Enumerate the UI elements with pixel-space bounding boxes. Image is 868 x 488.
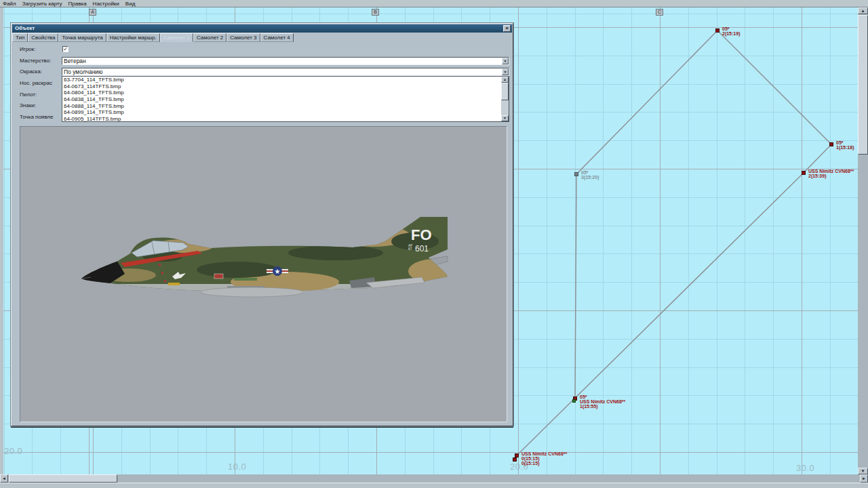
grid-column-label-a: A xyxy=(89,9,96,16)
skin-dropdown-list: 63-7704_114_TFTS.bmp 64-0673_114TFTS.bmp… xyxy=(62,76,509,122)
tab-aircraft-1[interactable]: Самолет 1 xyxy=(160,33,193,42)
tail-code: FO xyxy=(411,226,432,243)
player-checkbox[interactable]: ✓ xyxy=(62,46,68,52)
waypoint-time: 0(15:15) xyxy=(521,461,567,466)
waypoint-time: 3(15:20) xyxy=(581,175,599,180)
coord-label: 20.0 xyxy=(4,446,22,456)
kill-marking-stars: ★ xyxy=(157,262,161,267)
list-item[interactable]: 63-7704_114_TFTS.bmp xyxy=(62,77,509,83)
dialog-title-bar[interactable]: Объект × xyxy=(12,24,512,33)
chevron-down-icon[interactable]: ▼ xyxy=(502,68,509,75)
waypoint-heading: 05* xyxy=(836,140,854,145)
dialog-title: Объект xyxy=(15,25,35,31)
skin-value: По умолчанию xyxy=(64,68,102,75)
waypoint-heading: 05* xyxy=(722,26,740,31)
waypoint-heading: 05* xyxy=(580,394,625,399)
tab-type[interactable]: Тип xyxy=(12,33,28,42)
coord-label: 10.0 xyxy=(228,462,246,472)
player-label: Игрок: xyxy=(20,46,62,52)
waypoint-time: 1(15:55) xyxy=(580,404,625,409)
list-item[interactable]: 64-0804_114_TFTS.bmp xyxy=(62,89,509,96)
waypoint-marker-icon[interactable] xyxy=(513,458,517,462)
unit-marker-icon[interactable] xyxy=(572,399,576,403)
list-item[interactable]: 64-0888_114_TFTS.bmp xyxy=(62,103,509,110)
tab-aircraft-4[interactable]: Самолет 4 xyxy=(260,33,294,42)
waypoint-time: 1(15:18) xyxy=(836,145,854,150)
dialog-tabs: Тип Свойства Точка маршрута Настройки ма… xyxy=(12,33,512,42)
skill-label: Мастерство: xyxy=(20,58,62,64)
waypoint-unit-name: USS Nimitz CVN68** xyxy=(808,169,854,174)
svg-text:★: ★ xyxy=(163,279,167,283)
pilot-label: Пилот: xyxy=(20,92,62,98)
skin-label: Окраска: xyxy=(20,68,62,75)
markings-label: Знаки: xyxy=(20,102,62,108)
svg-text:★: ★ xyxy=(275,268,281,275)
tab-properties[interactable]: Свойства xyxy=(28,33,58,42)
drop-tank xyxy=(201,287,304,297)
tab-aircraft-3[interactable]: Самолет 3 xyxy=(226,33,260,42)
waypoint-unit-name: USS Nimitz CVN68** xyxy=(580,399,625,404)
horizontal-scrollbar[interactable]: ◄ ► xyxy=(0,474,868,483)
scroll-up-icon[interactable]: ▲ xyxy=(501,77,509,83)
waypoint-unit-name: USS Nimitz CVN68** xyxy=(521,451,567,456)
spawn-point-label: Точка появле xyxy=(20,114,62,120)
tab-waypoint[interactable]: Точка маршрута xyxy=(58,33,106,42)
vertical-scrollbar-thumb[interactable] xyxy=(858,15,868,155)
list-item[interactable]: 64-0899_114_TFTS.bmp xyxy=(62,109,509,116)
menu-settings[interactable]: Настройки xyxy=(93,1,119,7)
status-bar xyxy=(0,483,868,488)
waypoint-heading: 05* xyxy=(581,170,599,175)
list-item[interactable]: 64-0838_114_TFTS.bmp xyxy=(62,96,509,103)
menu-bar: Файл Загрузить карту Правка Настройки Ви… xyxy=(0,0,868,7)
skill-combobox[interactable]: Ветеран ▼ xyxy=(62,57,509,65)
horizontal-scrollbar-thumb[interactable] xyxy=(9,474,117,483)
grid-column-label-b: B xyxy=(372,9,379,16)
object-dialog: Объект × Тип Свойства Точка маршрута Нас… xyxy=(11,23,513,426)
skill-value: Ветеран xyxy=(64,58,86,64)
vertical-scrollbar[interactable]: ▲ ▼ xyxy=(858,7,868,474)
tail-af-number: 67 xyxy=(408,247,412,251)
scroll-down-icon[interactable]: ▼ xyxy=(501,115,509,121)
menu-file[interactable]: Файл xyxy=(3,1,16,7)
close-icon[interactable]: × xyxy=(503,25,511,32)
tab-route-settings[interactable]: Настройки маршр. xyxy=(106,33,160,42)
list-item[interactable]: 64-0673_114TFTS.bmp xyxy=(62,83,509,90)
list-item[interactable]: 64-0905_114TFTS.bmp xyxy=(62,116,509,123)
tab-aircraft-2[interactable]: Самолет 2 xyxy=(193,33,226,42)
menu-edit[interactable]: Правка xyxy=(68,1,87,7)
waypoint-marker-icon[interactable] xyxy=(829,142,833,146)
menu-load-map[interactable]: Загрузить карту xyxy=(22,1,62,7)
list-scrollbar[interactable]: ▲ ▼ xyxy=(501,77,509,121)
menu-view[interactable]: Вид xyxy=(125,1,135,7)
list-scrollbar-thumb[interactable] xyxy=(501,83,509,100)
waypoint-marker-icon[interactable] xyxy=(802,171,806,175)
waypoint-time: 2(15:39) xyxy=(808,174,854,178)
scroll-left-icon[interactable]: ◄ xyxy=(0,474,8,483)
scroll-up-icon[interactable]: ▲ xyxy=(858,7,868,14)
aircraft-preview-panel: ★ ★ ★ ★ FO AF 67 601 xyxy=(20,126,507,422)
waypoint-time: 0(15:15) xyxy=(521,456,567,461)
waypoint-marker-icon[interactable] xyxy=(574,172,578,176)
waypoint-time: 2(15:19) xyxy=(722,31,740,36)
skin-combobox[interactable]: По умолчанию ▼ xyxy=(62,68,509,76)
svg-text:★: ★ xyxy=(160,270,164,275)
aircraft-image: ★ ★ ★ ★ FO AF 67 601 xyxy=(81,216,451,301)
grid-column-label-c: C xyxy=(656,9,663,16)
scroll-down-icon[interactable]: ▼ xyxy=(858,468,868,474)
scroll-right-icon[interactable]: ► xyxy=(860,474,868,483)
coord-label: 30.0 xyxy=(796,463,814,473)
waypoint-marker-icon[interactable] xyxy=(715,28,719,33)
nose-art-label: Нос. раскрас xyxy=(20,80,62,86)
app-window: { "menu": { "items": ["Файл", "Загрузить… xyxy=(0,0,868,488)
chevron-down-icon[interactable]: ▼ xyxy=(502,58,509,64)
tail-number: 601 xyxy=(415,244,429,253)
